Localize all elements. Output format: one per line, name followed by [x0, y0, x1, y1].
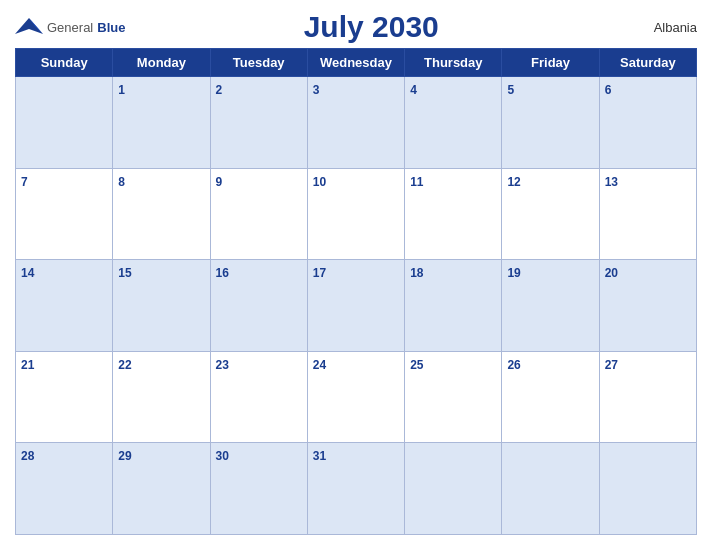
calendar-cell: 23	[210, 351, 307, 443]
calendar-cell: 3	[307, 77, 404, 169]
calendar-cell: 15	[113, 260, 210, 352]
day-number: 28	[21, 449, 34, 463]
day-number: 22	[118, 358, 131, 372]
logo: General Blue	[15, 16, 125, 38]
calendar-cell: 12	[502, 168, 599, 260]
calendar-cell: 24	[307, 351, 404, 443]
logo-icon	[15, 16, 43, 38]
calendar-cell: 29	[113, 443, 210, 535]
weekday-header-thursday: Thursday	[405, 49, 502, 77]
day-number: 14	[21, 266, 34, 280]
calendar-cell: 6	[599, 77, 696, 169]
day-number: 1	[118, 83, 125, 97]
calendar-cell	[16, 77, 113, 169]
weekday-header-tuesday: Tuesday	[210, 49, 307, 77]
day-number: 19	[507, 266, 520, 280]
day-number: 7	[21, 175, 28, 189]
calendar-cell: 20	[599, 260, 696, 352]
day-number: 30	[216, 449, 229, 463]
calendar-week-row: 78910111213	[16, 168, 697, 260]
calendar-week-row: 21222324252627	[16, 351, 697, 443]
calendar-cell: 4	[405, 77, 502, 169]
calendar-cell: 19	[502, 260, 599, 352]
calendar-cell	[599, 443, 696, 535]
calendar-title: July 2030	[125, 10, 617, 44]
day-number: 23	[216, 358, 229, 372]
calendar-cell: 31	[307, 443, 404, 535]
day-number: 4	[410, 83, 417, 97]
calendar-cell: 18	[405, 260, 502, 352]
day-number: 21	[21, 358, 34, 372]
calendar-cell: 10	[307, 168, 404, 260]
calendar-cell	[502, 443, 599, 535]
calendar-cell: 1	[113, 77, 210, 169]
calendar-cell: 5	[502, 77, 599, 169]
day-number: 2	[216, 83, 223, 97]
calendar-cell: 27	[599, 351, 696, 443]
calendar-week-row: 28293031	[16, 443, 697, 535]
calendar-cell: 9	[210, 168, 307, 260]
day-number: 15	[118, 266, 131, 280]
calendar-cell: 30	[210, 443, 307, 535]
day-number: 9	[216, 175, 223, 189]
weekday-header-saturday: Saturday	[599, 49, 696, 77]
day-number: 17	[313, 266, 326, 280]
day-number: 10	[313, 175, 326, 189]
calendar-cell: 21	[16, 351, 113, 443]
weekday-header-wednesday: Wednesday	[307, 49, 404, 77]
day-number: 6	[605, 83, 612, 97]
calendar-cell: 22	[113, 351, 210, 443]
country-label: Albania	[617, 20, 697, 35]
calendar-table: SundayMondayTuesdayWednesdayThursdayFrid…	[15, 48, 697, 535]
calendar-cell: 14	[16, 260, 113, 352]
calendar-cell: 17	[307, 260, 404, 352]
logo-text-blue: Blue	[97, 20, 125, 35]
weekday-header-row: SundayMondayTuesdayWednesdayThursdayFrid…	[16, 49, 697, 77]
calendar-cell	[405, 443, 502, 535]
calendar-cell: 28	[16, 443, 113, 535]
day-number: 3	[313, 83, 320, 97]
calendar-week-row: 14151617181920	[16, 260, 697, 352]
calendar-cell: 16	[210, 260, 307, 352]
calendar-cell: 26	[502, 351, 599, 443]
day-number: 5	[507, 83, 514, 97]
day-number: 8	[118, 175, 125, 189]
calendar-cell: 25	[405, 351, 502, 443]
calendar-cell: 8	[113, 168, 210, 260]
calendar-cell: 2	[210, 77, 307, 169]
day-number: 20	[605, 266, 618, 280]
logo-text-general: General	[47, 20, 93, 35]
svg-marker-0	[15, 18, 43, 34]
day-number: 24	[313, 358, 326, 372]
day-number: 29	[118, 449, 131, 463]
weekday-header-friday: Friday	[502, 49, 599, 77]
day-number: 31	[313, 449, 326, 463]
weekday-header-monday: Monday	[113, 49, 210, 77]
day-number: 16	[216, 266, 229, 280]
day-number: 12	[507, 175, 520, 189]
calendar-week-row: 123456	[16, 77, 697, 169]
day-number: 26	[507, 358, 520, 372]
day-number: 18	[410, 266, 423, 280]
page-header: General Blue July 2030 Albania	[15, 10, 697, 44]
calendar-cell: 11	[405, 168, 502, 260]
day-number: 11	[410, 175, 423, 189]
day-number: 25	[410, 358, 423, 372]
calendar-cell: 7	[16, 168, 113, 260]
day-number: 13	[605, 175, 618, 189]
calendar-cell: 13	[599, 168, 696, 260]
weekday-header-sunday: Sunday	[16, 49, 113, 77]
day-number: 27	[605, 358, 618, 372]
